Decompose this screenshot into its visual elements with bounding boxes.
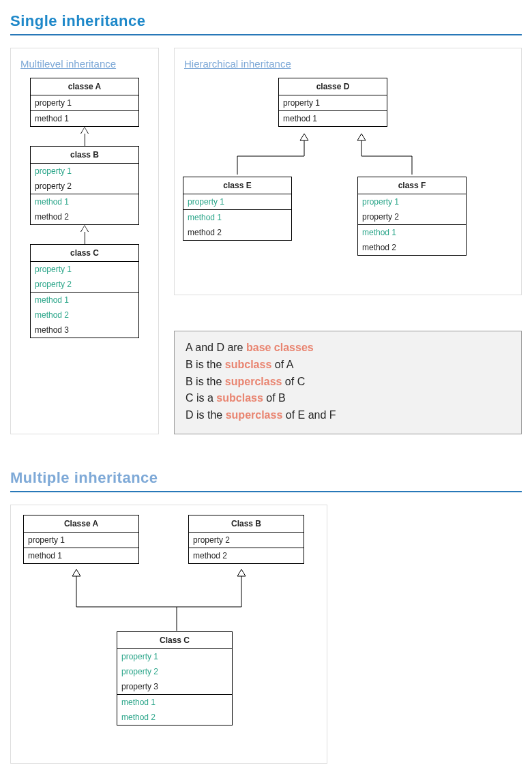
svg-marker-11	[237, 569, 246, 576]
multilevel-panel: Multilevel inheritance classe Aproperty …	[10, 48, 159, 434]
uml-class-ma: Classe Aproperty 1method 1	[23, 515, 139, 564]
hierarchical-title: Hierarchical inheritance	[184, 58, 513, 70]
uml-class-c: class Cproperty 1property 2method 1metho…	[30, 244, 139, 338]
uml-class-mc: Class Cproperty 1property 2property 3met…	[117, 631, 233, 725]
inheritance-connectors-icon	[23, 569, 304, 638]
multilevel-title: Multilevel inheritance	[20, 58, 150, 70]
multiple-panel: Classe Aproperty 1method 1 Class Bproper…	[10, 505, 327, 764]
inheritance-arrow-icon	[80, 127, 89, 146]
uml-class-e: class Eproperty 1method 1method 2	[183, 177, 292, 241]
uml-class-f: class Fproperty 1property 2method 1metho…	[357, 177, 467, 256]
divider	[10, 491, 522, 492]
terminology-note: A and D are base classes B is the subcla…	[174, 331, 522, 434]
uml-class-b: class Bproperty 1property 2method 1metho…	[30, 146, 139, 225]
inheritance-arrow-icon	[80, 225, 89, 244]
hierarchical-panel: Hierarchical inheritance classe Dpropert…	[174, 48, 522, 295]
uml-class-a: classe Aproperty 1method 1	[30, 78, 139, 127]
uml-class-d: classe Dproperty 1method 1	[278, 78, 387, 127]
svg-marker-4	[357, 134, 366, 140]
uml-class-mb: Class Bproperty 2method 2	[188, 515, 304, 564]
divider	[10, 34, 522, 35]
section-title-multiple: Multiple inheritance	[10, 467, 522, 491]
section-title-single: Single inheritance	[10, 10, 522, 34]
svg-marker-8	[72, 569, 80, 576]
svg-marker-0	[300, 134, 308, 140]
